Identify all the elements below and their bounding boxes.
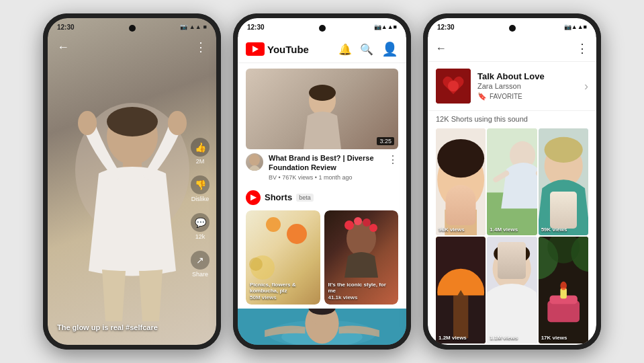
svg-point-7 xyxy=(309,85,336,101)
grid-views-2: 1.4M views xyxy=(490,227,518,233)
svg-point-4 xyxy=(78,111,97,135)
sound-thumbnail xyxy=(436,69,471,104)
comment-action[interactable]: 💬 12k xyxy=(191,213,210,240)
sounds-count: 12K Shorts using this sound xyxy=(428,111,596,127)
video-metadata: What Brand is Best? | Diverse Foundation… xyxy=(246,153,398,181)
short-item-1[interactable]: Picnics, flowers & kombucha, plz 50M vie… xyxy=(246,210,320,305)
time-3: 12:30 xyxy=(437,24,455,31)
like-icon: 👍 xyxy=(191,138,210,157)
search-icon[interactable]: 🔍 xyxy=(360,43,373,56)
phone-3: 12:30 📷▲▲■ ← ⋮ xyxy=(423,13,601,350)
svg-point-40 xyxy=(493,247,531,290)
dislike-icon: 👎 xyxy=(191,175,210,194)
next-icon[interactable]: › xyxy=(584,79,588,93)
video-more-icon[interactable]: ⋮ xyxy=(387,153,398,166)
pool-thumbnail xyxy=(238,309,406,345)
back-icon-3[interactable]: ← xyxy=(436,42,447,54)
time-2: 12:30 xyxy=(247,24,265,31)
grid-item-5[interactable]: 1.1M views xyxy=(487,237,537,344)
grid-item-3[interactable]: 59K views xyxy=(539,128,588,235)
back-arrow-icon[interactable]: ← xyxy=(57,40,69,54)
thumb-person xyxy=(295,82,349,149)
svg-point-26 xyxy=(437,139,484,177)
phone-1: 12:30 📷 ▲▲ ■ ← ⋮ xyxy=(43,13,221,350)
short-1-views: 50M views xyxy=(250,294,316,300)
comment-count: 12k xyxy=(195,233,205,240)
caption-text: The glow up is real #selfcare xyxy=(57,323,183,331)
sound-card: Talk About Love Zara Larsson 🔖 FAVORITE … xyxy=(428,62,596,111)
youtube-logo-text: YouTube xyxy=(267,44,309,55)
more-icon-3[interactable]: ⋮ xyxy=(576,41,588,56)
svg-point-10 xyxy=(249,257,263,271)
profile-icon[interactable]: 👤 xyxy=(381,41,398,57)
camera-hole-3 xyxy=(509,25,516,32)
video-card: 3:25 What Brand is Best? | Diverse Found… xyxy=(238,63,406,186)
youtube-logo[interactable]: YouTube xyxy=(246,42,309,56)
song-artist: Zara Larsson xyxy=(477,82,578,90)
short-1-title: Picnics, flowers & kombucha, plz xyxy=(250,282,316,294)
short-2-title: It's the iconic style, for me xyxy=(328,282,395,294)
dislike-label: Dislike xyxy=(191,196,210,202)
song-title: Talk About Love xyxy=(477,71,578,81)
svg-point-14 xyxy=(363,218,371,227)
header-actions: 🔔 🔍 👤 xyxy=(338,41,398,57)
shorts-grid-3: 96K views xyxy=(428,127,596,345)
time-ago: 1 month ago xyxy=(318,174,352,181)
youtube-header: YouTube 🔔 🔍 👤 xyxy=(238,36,406,63)
like-count: 2M xyxy=(196,158,205,165)
status-icons-1: 📷 ▲▲ ■ xyxy=(180,24,207,30)
share-icon: ↗ xyxy=(191,251,210,270)
svg-point-12 xyxy=(344,220,354,230)
short-thumb-2: It's the iconic style, for me 41.1k view… xyxy=(324,210,399,305)
video-title[interactable]: What Brand is Best? | Diverse Foundation… xyxy=(269,153,382,173)
shorts-header: ▶ Shorts beta xyxy=(246,190,398,205)
short-2-caption: It's the iconic style, for me 41.1k view… xyxy=(328,282,395,300)
svg-point-49 xyxy=(560,282,567,290)
phone-2: 12:30 📷▲▲■ YouTube 🔔 🔍 👤 xyxy=(233,13,411,350)
video-duration: 3:25 xyxy=(377,137,394,145)
share-label: Share xyxy=(192,271,208,278)
grid-item-1[interactable]: 96K views xyxy=(436,128,486,235)
grid-views-6: 17K views xyxy=(541,335,567,341)
more-options-icon[interactable]: ⋮ xyxy=(195,40,207,54)
time-1: 12:30 xyxy=(57,24,75,31)
grid-views-1: 96K views xyxy=(439,227,465,233)
channel-avatar xyxy=(246,153,263,171)
status-icons-2: 📷▲▲■ xyxy=(374,24,397,30)
channel-name: BV xyxy=(269,174,277,181)
top-controls-1: ← ⋮ xyxy=(48,36,216,58)
dislike-action[interactable]: 👎 Dislike xyxy=(191,175,210,202)
status-icons-3: 📷▲▲■ xyxy=(564,24,587,30)
phone3-header: ← ⋮ xyxy=(428,36,596,62)
short-item-2[interactable]: It's the iconic style, for me 41.1k view… xyxy=(324,210,399,305)
camera-hole xyxy=(129,25,136,32)
grid-item-2[interactable]: 1.4M views xyxy=(487,128,537,235)
grid-views-3: 59K views xyxy=(541,227,567,233)
svg-point-8 xyxy=(249,154,260,166)
comment-icon: 💬 xyxy=(191,213,210,232)
svg-point-5 xyxy=(168,111,187,135)
svg-point-33 xyxy=(544,137,582,163)
notification-icon[interactable]: 🔔 xyxy=(338,43,352,56)
svg-point-13 xyxy=(354,217,362,225)
share-action[interactable]: ↗ Share xyxy=(191,251,210,278)
like-action[interactable]: 👍 2M xyxy=(191,138,210,165)
shorts-grid: Picnics, flowers & kombucha, plz 50M vie… xyxy=(246,210,398,305)
person-silhouette xyxy=(72,83,193,325)
svg-point-2 xyxy=(107,107,158,136)
svg-point-41 xyxy=(494,243,530,265)
shorts-section: ▶ Shorts beta xyxy=(238,186,406,309)
shorts-label: Shorts xyxy=(265,192,292,202)
video-thumbnail[interactable]: 3:25 xyxy=(246,69,398,149)
actions-panel: 👍 2M 👎 Dislike 💬 12k ↗ Share xyxy=(191,138,210,278)
favorite-label[interactable]: FAVORITE xyxy=(490,93,522,100)
grid-item-4[interactable]: 1.2M views xyxy=(436,237,486,344)
short-2-views: 41.1k views xyxy=(328,294,395,300)
svg-rect-38 xyxy=(453,295,468,338)
shorts-logo: ▶ xyxy=(246,190,261,205)
bookmark-icon: 🔖 xyxy=(477,92,487,101)
svg-point-23 xyxy=(448,81,459,91)
shorts-beta-badge: beta xyxy=(296,194,314,202)
grid-item-6[interactable]: 17K views xyxy=(539,237,588,344)
sounds-count-text: 12K Shorts using this sound xyxy=(436,115,528,123)
